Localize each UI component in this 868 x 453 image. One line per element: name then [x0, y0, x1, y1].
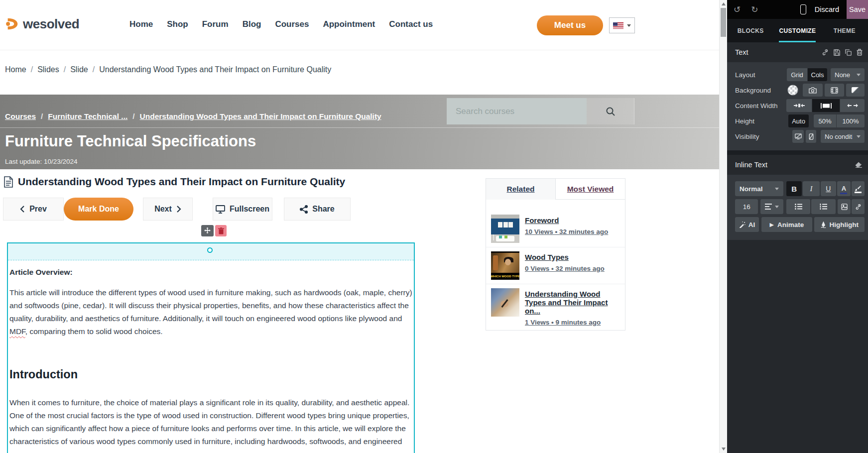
block-text-content[interactable]: Article Overview: This article will intr…: [8, 260, 414, 448]
font-color-button[interactable]: A: [837, 181, 851, 196]
height-auto-button[interactable]: Auto: [788, 114, 809, 127]
italic-button[interactable]: I: [803, 181, 820, 196]
breadcrumb-home[interactable]: Home: [5, 65, 26, 74]
hero-breadcrumb-separator: /: [41, 112, 43, 121]
hero-breadcrumb-current[interactable]: Understanding Wood Types and Their Impac…: [140, 112, 381, 121]
animate-button[interactable]: ▶ Animate: [761, 217, 812, 232]
nav-item-blog[interactable]: Blog: [243, 19, 261, 29]
tab-customize[interactable]: CUSTOMIZE: [774, 19, 821, 42]
chevron-right-icon: [176, 205, 181, 213]
tab-blocks[interactable]: BLOCKS: [727, 19, 774, 42]
highlight-color-button[interactable]: [852, 181, 865, 196]
visibility-condition-dropdown[interactable]: No conditi...: [821, 130, 865, 143]
vertical-scrollbar[interactable]: [719, 0, 727, 453]
us-flag-icon: [613, 22, 623, 29]
camera-icon: [809, 87, 817, 94]
breadcrumb-slide[interactable]: Slide: [70, 65, 88, 74]
link-icon[interactable]: [822, 49, 829, 56]
height-50-button[interactable]: 50%: [814, 114, 836, 127]
layout-none-dropdown[interactable]: None: [831, 68, 865, 81]
site-logo[interactable]: wesolved: [5, 16, 79, 32]
font-size-field[interactable]: 16: [735, 199, 758, 214]
tab-most-viewed[interactable]: Most Viewed: [555, 179, 625, 200]
mark-done-label: Mark Done: [78, 205, 119, 214]
nav-item-shop[interactable]: Shop: [167, 19, 188, 29]
nav-item-forum[interactable]: Forum: [202, 19, 229, 29]
share-button[interactable]: Share: [284, 198, 351, 221]
scrollbar-thumb[interactable]: [721, 8, 726, 37]
save-snippet-icon[interactable]: [834, 49, 840, 56]
course-title: Furniture Technical Specifications: [5, 132, 719, 150]
layout-cols-button[interactable]: Cols: [808, 68, 827, 81]
bold-button[interactable]: B: [786, 181, 802, 196]
monitor-icon: [216, 205, 225, 214]
delete-block-button[interactable]: [215, 225, 227, 236]
next-button[interactable]: Next: [143, 198, 193, 221]
selected-text-block[interactable]: Article Overview: This article will intr…: [7, 242, 415, 453]
chevron-down-icon: [857, 135, 861, 138]
background-video-button[interactable]: [825, 84, 844, 97]
numbered-list-button[interactable]: [811, 199, 835, 214]
mark-done-button[interactable]: Mark Done: [64, 198, 133, 221]
prev-button[interactable]: Prev: [3, 198, 64, 221]
prev-label: Prev: [29, 205, 47, 214]
introduction-heading: Introduction: [9, 368, 412, 381]
item-title[interactable]: Foreword: [525, 215, 608, 225]
layout-grid-button[interactable]: Grid: [787, 68, 807, 81]
ai-button[interactable]: AI: [735, 217, 759, 232]
hide-mobile-button[interactable]: [806, 130, 816, 143]
tab-related[interactable]: Related: [486, 179, 555, 200]
thumbnail-caption: WHICH WOOD TYPE: [491, 275, 519, 278]
bullet-list-button[interactable]: [786, 199, 810, 214]
hero-breadcrumb-courses[interactable]: Courses: [5, 112, 36, 121]
search-button[interactable]: [587, 98, 634, 124]
redo-icon[interactable]: ↻: [751, 5, 758, 14]
move-handle[interactable]: [201, 225, 214, 236]
fullscreen-button[interactable]: Fullscreen: [213, 198, 272, 221]
undo-icon[interactable]: ↺: [734, 5, 741, 14]
background-color-swatch[interactable]: [787, 85, 798, 96]
clone-icon[interactable]: [845, 49, 852, 56]
breadcrumb-separator: /: [64, 65, 66, 74]
scroll-up-arrow[interactable]: [722, 2, 726, 5]
tab-theme[interactable]: THEME: [821, 19, 868, 42]
paragraph-style-dropdown[interactable]: Normal: [735, 181, 783, 196]
width-full-button[interactable]: [840, 99, 865, 112]
discard-button[interactable]: Discard: [815, 5, 839, 13]
breadcrumb-slides[interactable]: Slides: [37, 65, 59, 74]
list-item-foreword[interactable]: Foreword 10 Views • 32 minutes ago: [486, 211, 625, 247]
language-selector[interactable]: [609, 17, 635, 33]
underline-button[interactable]: U: [821, 181, 836, 196]
insert-link-button[interactable]: [852, 199, 865, 214]
width-narrow-button[interactable]: [786, 99, 812, 112]
eraser-icon[interactable]: [855, 162, 863, 168]
height-100-button[interactable]: 100%: [837, 114, 865, 127]
nav-item-courses[interactable]: Courses: [275, 19, 309, 29]
block-resize-handle[interactable]: [207, 247, 213, 253]
background-image-button[interactable]: [803, 84, 823, 97]
trash-icon[interactable]: [857, 49, 863, 56]
item-title[interactable]: Understanding Wood Types and Their Impac…: [525, 288, 620, 315]
course-search: [447, 98, 634, 124]
hide-desktop-button[interactable]: [792, 130, 804, 143]
hero-breadcrumb-course[interactable]: Furniture Technical ...: [48, 112, 127, 121]
item-meta: 1 Views • 9 minutes ago: [525, 319, 620, 326]
search-icon: [606, 107, 616, 116]
list-item-wood-types[interactable]: WHICH WOOD TYPE Wood Types 0 Views • 32 …: [486, 247, 625, 284]
save-button[interactable]: Save: [847, 0, 868, 19]
list-item-understanding-wood[interactable]: Understanding Wood Types and Their Impac…: [486, 284, 625, 330]
align-dropdown[interactable]: [760, 199, 783, 214]
mobile-preview-icon[interactable]: [800, 4, 806, 14]
item-title[interactable]: Wood Types: [525, 251, 605, 261]
meet-us-button[interactable]: Meet us: [537, 15, 603, 35]
width-default-button[interactable]: [812, 99, 840, 112]
nav-item-home[interactable]: Home: [129, 19, 153, 29]
nav-item-contact-us[interactable]: Contact us: [389, 19, 433, 29]
nav-item-appointment[interactable]: Appointment: [323, 19, 375, 29]
insert-media-button[interactable]: [838, 199, 851, 214]
background-shape-button[interactable]: [846, 84, 865, 97]
scroll-down-arrow[interactable]: [722, 448, 726, 451]
highlight-color-bar: [855, 192, 862, 193]
search-input[interactable]: [447, 98, 587, 124]
highlight-text-button[interactable]: Highlight: [814, 217, 865, 232]
